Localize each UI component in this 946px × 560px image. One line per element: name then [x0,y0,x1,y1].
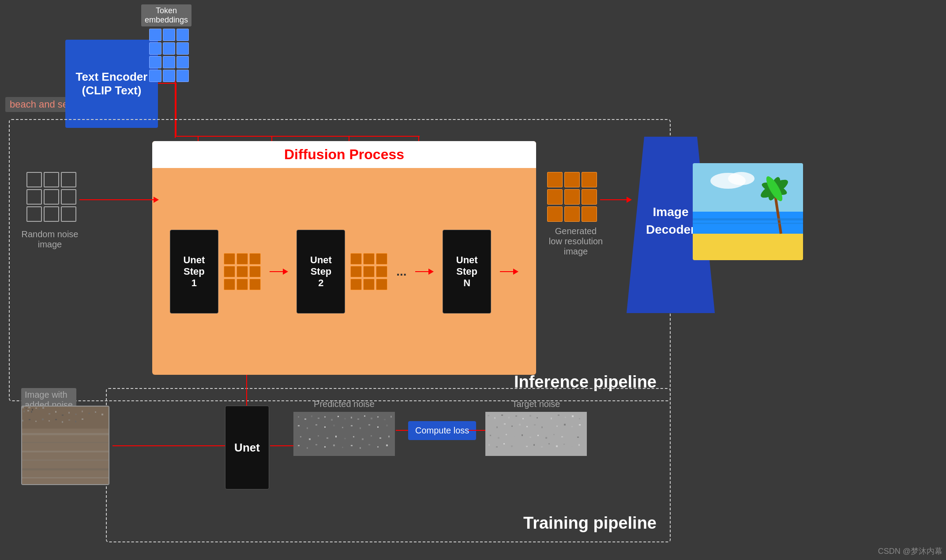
svg-rect-43 [55,419,57,420]
svg-rect-27 [27,410,29,411]
svg-rect-149 [518,444,520,445]
svg-rect-63 [338,416,339,417]
svg-point-7 [728,172,755,185]
svg-rect-102 [368,444,370,445]
svg-rect-69 [377,416,379,418]
svg-rect-72 [298,425,300,426]
svg-rect-76 [333,425,335,426]
svg-rect-147 [503,443,505,444]
svg-rect-95 [307,447,308,449]
unet-block-1: UnetStep1 [170,230,218,314]
token-grid [149,29,189,82]
svg-rect-124 [519,424,521,426]
svg-rect-65 [351,417,352,418]
svg-rect-129 [556,426,558,427]
watermark: CSDN @梦沐内幕 [878,546,942,556]
noise-cell [61,172,76,187]
svg-rect-88 [344,438,346,439]
svg-rect-35 [88,413,90,414]
svg-rect-152 [541,446,543,448]
svg-rect-142 [561,436,563,437]
svg-rect-155 [563,444,565,445]
svg-rect-150 [526,446,528,447]
svg-rect-156 [571,446,573,447]
svg-rect-103 [377,446,379,448]
gen-cell [564,206,580,222]
gen-cell [564,189,580,205]
svg-rect-61 [324,416,326,418]
svg-rect-90 [362,438,364,440]
svg-rect-121 [496,426,498,428]
steps-dots: ... [396,265,406,279]
svg-rect-51 [22,451,109,452]
svg-rect-29 [49,413,50,414]
unet-training-label: Unet [234,441,260,455]
arrow-n-out [500,269,518,275]
training-pipeline-label: Training pipeline [523,514,657,533]
gen-cell [547,172,563,187]
svg-rect-134 [498,437,499,439]
noise-image-box [21,406,109,485]
svg-rect-132 [579,424,581,426]
token-cell [176,56,189,68]
target-noise-box [485,412,587,456]
svg-rect-13 [693,218,803,220]
gen-low-res-label: Generatedlow resolutionimage [547,226,604,257]
svg-rect-157 [578,444,580,446]
token-cell [163,42,175,55]
svg-rect-87 [335,436,337,437]
svg-rect-73 [307,427,308,429]
svg-rect-101 [360,447,361,449]
svg-rect-36 [95,411,96,413]
token-cell [149,29,161,41]
orange-grid-2 [350,253,387,290]
token-cell [149,56,161,68]
noise-cell [44,172,59,187]
svg-rect-109 [508,417,510,418]
svg-rect-105 [485,412,587,456]
svg-rect-146 [496,446,498,448]
svg-rect-125 [526,426,528,427]
svg-rect-122 [504,423,506,425]
token-cell [163,29,175,41]
svg-rect-42 [49,420,50,422]
svg-rect-39 [29,419,30,420]
svg-rect-108 [501,414,503,416]
diffusion-process-box: Diffusion Process UnetStep1 UnetStep2 [152,141,536,375]
svg-rect-116 [558,414,559,416]
svg-rect-94 [298,445,300,446]
predicted-noise-svg [293,412,395,456]
random-noise-grid [26,172,76,222]
svg-rect-83 [300,436,301,437]
svg-rect-136 [514,436,515,437]
noise-cell [44,206,59,222]
noise-cell [61,189,76,205]
token-cell [149,70,161,82]
compute-loss-button[interactable]: Compute loss [408,421,476,440]
unet-steps-container: UnetStep1 UnetStep2 ... [152,168,536,371]
token-embeddings-label: Tokenembeddings [141,4,191,26]
svg-rect-126 [534,424,536,426]
svg-rect-21 [28,407,30,408]
target-noise-svg [485,412,587,456]
svg-rect-133 [490,435,491,436]
svg-rect-71 [390,416,392,418]
beach-photo [693,163,803,260]
svg-rect-34 [82,411,83,412]
svg-rect-19 [22,407,24,408]
svg-rect-40 [35,421,37,422]
svg-rect-62 [331,419,333,421]
svg-rect-145 [488,444,490,446]
svg-rect-111 [522,418,524,419]
svg-rect-110 [515,415,517,417]
svg-rect-100 [351,445,353,446]
svg-rect-28 [31,411,32,413]
svg-rect-49 [22,433,109,435]
svg-rect-23 [35,407,37,409]
svg-rect-107 [494,417,496,419]
svg-rect-68 [371,418,372,419]
svg-rect-20 [26,408,27,409]
svg-rect-31 [62,414,64,416]
svg-rect-53 [22,468,109,470]
svg-rect-89 [353,436,354,437]
